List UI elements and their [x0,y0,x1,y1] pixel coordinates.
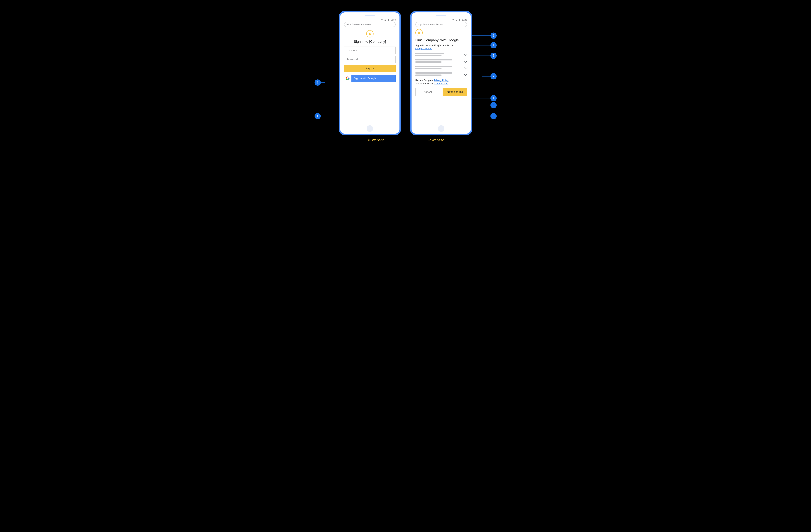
signed-in-prefix: Signed in as [415,44,429,47]
permission-item[interactable] [415,72,467,77]
diagram-stage: 5 4 8 A 7 2 1 6 3 12:30 https://www.exam… [289,11,522,157]
status-time: 12:30 [391,19,396,21]
review-policy-text: Review Google's Privacy Policy [415,79,467,82]
unlink-text: You can unlink at example.com [415,82,467,85]
signed-in-text: Signed in as user123@example.com [415,44,467,47]
wifi-icon [452,19,455,21]
phone-speaker [365,15,375,16]
permission-item[interactable] [415,52,467,57]
callout-1: 1 [490,95,496,101]
company-logo [415,29,423,36]
caption-left: 3P website [367,138,384,142]
svg-rect-12 [388,19,388,19]
cancel-button[interactable]: Cancel [415,88,440,96]
phone-screen: 12:30 https://www.example.com Link [Comp… [413,17,469,126]
privacy-policy-link[interactable]: Privacy Policy [434,79,449,82]
cellular-icon [455,19,458,21]
link-title: Link [Company] with Google [415,38,467,42]
google-g-icon [346,77,350,80]
svg-rect-11 [388,19,389,21]
callout-4: 4 [315,113,321,119]
google-button-label: Sign in with Google [351,77,396,80]
signed-in-email: user123@example.com [429,44,454,47]
callout-2: 2 [490,73,496,79]
unlink-domain-link[interactable]: example.com [434,82,448,85]
triangle-icon [368,32,371,35]
status-bar: 12:30 [415,18,467,21]
caption-right: 3P website [427,138,444,142]
battery-icon [458,19,461,21]
callout-6: 6 [490,102,496,108]
svg-rect-13 [459,19,460,21]
signin-with-google-button[interactable]: Sign in with Google [344,75,396,82]
phone-screen: 12:30 https://www.example.com Sign in to… [342,17,398,126]
company-logo [366,30,373,37]
status-time: 12:30 [462,19,467,21]
url-bar[interactable]: https://www.example.com [344,22,396,27]
home-button[interactable] [367,125,373,132]
svg-rect-14 [459,19,460,19]
callout-5: 5 [315,79,321,86]
phone-consent: 12:30 https://www.example.com Link [Comp… [410,11,472,135]
change-account-link[interactable]: change account [415,47,432,50]
captions-row: 3P website 3P website [289,138,522,142]
permission-item[interactable] [415,59,467,63]
phone-signin: 12:30 https://www.example.com Sign in to… [339,11,401,135]
chevron-down-icon [464,59,468,63]
consent-buttons: Cancel Agree and link [415,88,467,96]
callout-3: 3 [490,113,496,119]
password-input[interactable]: Password [344,56,396,63]
permission-item[interactable] [415,66,467,70]
callout-a: A [490,42,496,48]
callout-8: 8 [490,32,496,39]
permissions-list [415,52,467,77]
triangle-icon [417,31,420,34]
status-bar: 12:30 [344,18,396,21]
signin-button[interactable]: Sign In [344,65,396,72]
chevron-down-icon [464,52,468,56]
chevron-down-icon [464,65,468,69]
chevron-down-icon [464,72,468,76]
phone-speaker [436,15,446,16]
review-prefix: Review Google's [415,79,434,82]
url-bar[interactable]: https://www.example.com [415,22,467,27]
wifi-icon [381,19,383,21]
cellular-icon [384,19,386,21]
google-logo-box [344,75,351,82]
agree-and-link-button[interactable]: Agree and link [443,88,467,96]
username-input[interactable]: Username [344,47,396,54]
unlink-prefix: You can unlink at [415,82,434,85]
callout-7: 7 [490,52,496,59]
home-button[interactable] [438,125,444,132]
battery-icon [387,19,390,21]
signin-title: Sign in to [Company] [344,40,396,44]
